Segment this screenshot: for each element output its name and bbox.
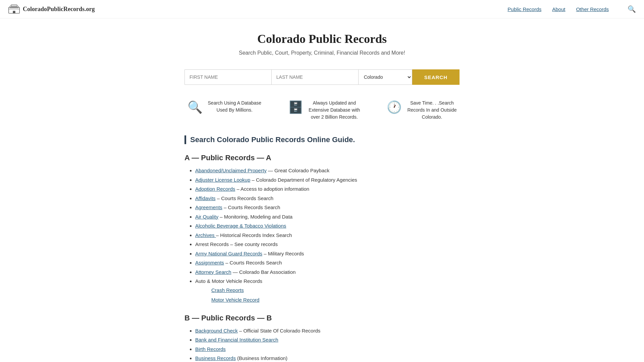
main-content: Search Colorado Public Records Online Gu… <box>171 129 473 362</box>
guide-title: Search Colorado Public Records Online Gu… <box>184 135 460 144</box>
link-background-check[interactable]: Background Check <box>195 328 238 334</box>
list-item: Army National Guard Records – Military R… <box>195 249 460 258</box>
state-select[interactable]: All States AlabamaAlaskaArizonaArkansas … <box>359 69 412 85</box>
link-alcoholic-beverage[interactable]: Alcoholic Beverage & Tobacco Violations <box>195 223 286 229</box>
first-name-input[interactable] <box>184 69 271 85</box>
list-item: Motor Vehicle Record <box>211 295 460 304</box>
link-attorney-search[interactable]: Attorney Search <box>195 269 231 275</box>
logo-icon <box>8 4 20 14</box>
feature-time-text: Save Time. . .SearchRecords In and Outsi… <box>407 100 457 121</box>
link-motor-vehicle[interactable]: Motor Vehicle Record <box>211 297 259 303</box>
nav-public-records[interactable]: Public Records <box>507 6 541 12</box>
link-army-guard[interactable]: Army National Guard Records <box>195 251 262 256</box>
section-a-list: Abandoned/Unclaimed Property — Great Col… <box>184 166 460 304</box>
list-item: Bank and Financial Institution Search <box>195 336 460 344</box>
link-adoption[interactable]: Adoption Records <box>195 186 235 192</box>
sub-list-vehicle: Crash Reports Motor Vehicle Record <box>195 286 460 304</box>
logo-text: ColoradoPublicRecords.org <box>23 6 95 13</box>
nav-about[interactable]: About <box>552 6 565 12</box>
link-birth-records[interactable]: Birth Records <box>195 346 226 352</box>
search-icon[interactable]: 🔍 <box>628 5 636 13</box>
hero-subtitle: Search Public, Court, Property, Criminal… <box>7 50 637 56</box>
magnifier-icon: 🔍 <box>187 100 203 114</box>
link-crash-reports[interactable]: Crash Reports <box>211 287 244 293</box>
features-section: 🔍 Search Using A DatabaseUsed By Million… <box>154 92 490 129</box>
link-air-quality[interactable]: Air Quality <box>195 214 218 220</box>
link-affidavits[interactable]: Affidavits <box>195 195 216 201</box>
svg-rect-4 <box>13 11 15 13</box>
last-name-input[interactable] <box>271 69 359 85</box>
link-assignments[interactable]: Assignments <box>195 260 224 265</box>
list-item: Archives – Historical Records Index Sear… <box>195 231 460 240</box>
list-item: Crash Reports <box>211 286 460 295</box>
navbar: ColoradoPublicRecords.org Public Records… <box>0 0 644 18</box>
site-logo[interactable]: ColoradoPublicRecords.org <box>8 4 95 14</box>
section-a: A — Public Records — A Abandoned/Unclaim… <box>184 154 460 304</box>
clock-icon: 🕐 <box>387 100 402 114</box>
search-button[interactable]: SEARCH <box>412 69 460 85</box>
list-item: Assignments – Courts Records Search <box>195 258 460 267</box>
link-agreements[interactable]: Agreements <box>195 204 222 210</box>
link-adjuster[interactable]: Adjuster License Lookup <box>195 177 250 183</box>
feature-time: 🕐 Save Time. . .SearchRecords In and Out… <box>387 100 457 121</box>
list-item: Business Records (Business Information) <box>195 354 460 362</box>
hero-section: Colorado Public Records Search Public, C… <box>0 18 644 63</box>
list-item: Alcoholic Beverage & Tobacco Violations <box>195 222 460 230</box>
svg-rect-2 <box>11 5 17 6</box>
database-icon: 🗄️ <box>288 100 303 114</box>
list-item: Arrest Records – See county records <box>195 240 460 249</box>
list-item: Auto & Motor Vehicle Records Crash Repor… <box>195 277 460 304</box>
link-abandoned-property[interactable]: Abandoned/Unclaimed Property <box>195 168 267 173</box>
feature-database: 🗄️ Always Updated andExtensive Database … <box>288 100 360 121</box>
feature-search: 🔍 Search Using A DatabaseUsed By Million… <box>187 100 262 114</box>
list-item: Adjuster License Lookup – Colorado Depar… <box>195 176 460 184</box>
list-item: Affidavits – Courts Records Search <box>195 194 460 203</box>
list-item: Abandoned/Unclaimed Property — Great Col… <box>195 166 460 175</box>
feature-search-text: Search Using A DatabaseUsed By Millions. <box>208 100 262 114</box>
section-a-heading: A — Public Records — A <box>184 154 460 162</box>
list-item: Birth Records <box>195 345 460 354</box>
link-bank-search[interactable]: Bank and Financial Institution Search <box>195 337 278 343</box>
nav-other-records[interactable]: Other Records <box>576 6 609 12</box>
section-b-list: Background Check – Official State Of Col… <box>184 326 460 362</box>
list-item: Background Check – Official State Of Col… <box>195 326 460 335</box>
link-business-records[interactable]: Business Records <box>195 355 236 361</box>
page-title: Colorado Public Records <box>7 32 637 46</box>
list-item: Adoption Records – Access to adoption in… <box>195 185 460 193</box>
list-item: Air Quality – Monitoring, Modeling and D… <box>195 213 460 221</box>
link-archives[interactable]: Archives <box>195 232 216 238</box>
nav-links: Public Records About Other Records 🔍 <box>507 5 636 13</box>
list-item: Attorney Search — Colorado Bar Associati… <box>195 268 460 277</box>
section-b-heading: B — Public Records — B <box>184 314 460 322</box>
section-b: B — Public Records — B Background Check … <box>184 314 460 362</box>
list-item: Agreements – Courts Records Search <box>195 203 460 212</box>
search-bar: All States AlabamaAlaskaArizonaArkansas … <box>178 69 466 85</box>
feature-database-text: Always Updated andExtensive Database wit… <box>309 100 360 121</box>
